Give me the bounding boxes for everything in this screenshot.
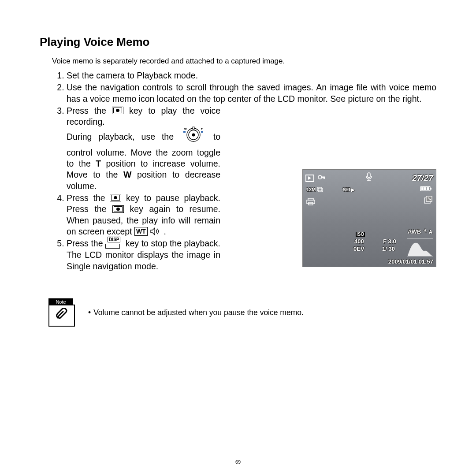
voice-memo-icon — [365, 172, 373, 184]
wt-button-icon: WT — [134, 227, 148, 236]
lcd-datetime: 2009/01/01 01:57 — [388, 258, 433, 265]
playback-mode-icon — [305, 175, 314, 182]
svg-rect-7 — [201, 131, 203, 133]
zoom-toggle-icon: W T — [180, 125, 207, 145]
lcd-awb: AWB A — [408, 227, 432, 235]
w-label: W — [123, 170, 131, 179]
disp-button-icon: DISP — [105, 238, 123, 249]
step3-text-c: During playback, use the — [67, 132, 180, 141]
lcd-iso-label: ISO — [356, 232, 365, 237]
step4-text-d: . — [164, 227, 166, 236]
camera-button-icon — [110, 194, 121, 201]
camera-button-icon — [112, 205, 124, 213]
intro-text: Voice memo is separately recorded and at… — [52, 57, 436, 66]
t-label: T — [96, 159, 101, 168]
svg-rect-23 — [307, 200, 315, 204]
step-2: Use the navigation controls to scroll th… — [67, 82, 436, 104]
printer-icon — [306, 198, 315, 208]
note-text: •Volume cannot be adjusted when you paus… — [88, 308, 304, 317]
lcd-counter: 27/27 — [412, 173, 433, 183]
section-title: Playing Voice Memo — [40, 35, 436, 49]
lcd-shutter: 1/ 30 — [382, 245, 395, 252]
svg-rect-10 — [324, 178, 325, 179]
step-1: Set the camera to Playback mode. — [67, 70, 436, 81]
paperclip-icon — [48, 305, 75, 327]
histogram-icon — [407, 238, 433, 257]
svg-point-8 — [318, 175, 322, 179]
svg-rect-21 — [427, 187, 429, 190]
lcd-set-play: SET:▶ — [342, 187, 354, 192]
lcd-preview: 27/27 12M SET:▶ AWB A ISO 400 0EV F 3.0 … — [302, 169, 436, 267]
lcd-ev: 0EV — [353, 245, 364, 252]
step3-text-a: Press the — [67, 106, 112, 115]
speaker-icon — [150, 227, 161, 236]
dpof-icon — [424, 196, 432, 206]
page-number: 69 — [0, 459, 476, 465]
protect-key-icon — [318, 174, 326, 183]
svg-rect-11 — [323, 178, 324, 179]
svg-text:W: W — [184, 128, 187, 130]
svg-rect-18 — [430, 188, 431, 190]
lcd-iso-value: 400 — [354, 238, 364, 245]
step4-text-a: Press the — [67, 193, 110, 203]
svg-text:T: T — [201, 128, 203, 130]
svg-rect-3 — [193, 127, 194, 129]
svg-rect-12 — [368, 173, 370, 178]
note-section: Note •Volume cannot be adjusted when you… — [48, 298, 436, 327]
camera-button-icon — [112, 107, 123, 114]
battery-icon — [420, 186, 432, 193]
lcd-image-size: 12M — [306, 187, 323, 192]
svg-point-2 — [192, 133, 195, 136]
lcd-fstop: F 3.0 — [383, 238, 396, 245]
svg-rect-6 — [183, 131, 186, 133]
step5-text-a: Press the — [67, 238, 105, 248]
svg-rect-19 — [421, 187, 424, 190]
svg-rect-20 — [424, 187, 426, 190]
